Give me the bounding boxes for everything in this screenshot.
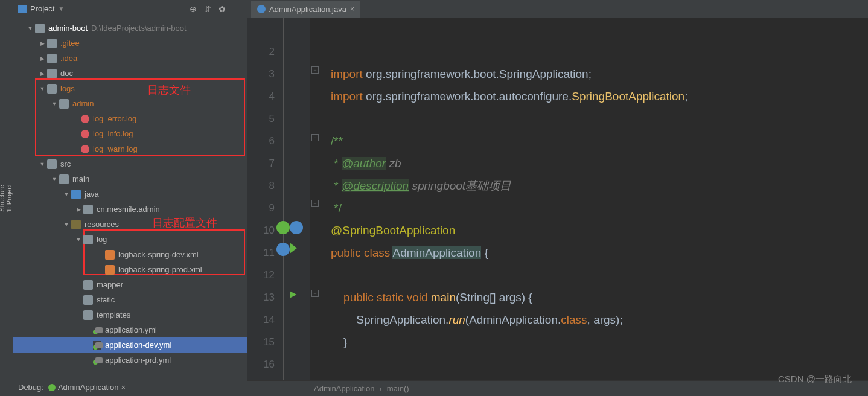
log-file-icon	[81, 115, 89, 123]
folder-icon	[59, 99, 69, 109]
tree-static[interactable]: static	[13, 292, 247, 307]
folder-icon	[59, 174, 69, 184]
tree-logback-dev[interactable]: logback-spring-dev.xml	[13, 247, 247, 262]
tree-root[interactable]: admin-bootD:\IdeaProjects\admin-boot	[13, 21, 247, 36]
fold-marker[interactable]: −	[311, 134, 319, 141]
fold-column[interactable]: − − − −	[310, 18, 321, 380]
collapse-icon[interactable]: ⇵	[202, 4, 213, 14]
fold-marker[interactable]: −	[311, 290, 319, 297]
tree-doc[interactable]: doc	[13, 66, 247, 81]
tool-window-rail[interactable]: 1: Project Structure	[0, 0, 13, 396]
yml-file-icon	[93, 356, 101, 365]
folder-icon	[83, 235, 93, 244]
tree-idea[interactable]: .idea	[13, 51, 247, 66]
editor-tab-active[interactable]: AdminApplication.java ×	[251, 1, 360, 18]
package-icon	[83, 205, 93, 214]
editor-area: AdminApplication.java × 2345678910111213…	[247, 0, 868, 396]
close-tab-icon[interactable]: ×	[350, 5, 354, 13]
folder-icon	[47, 69, 57, 78]
tree-templates[interactable]: templates	[13, 307, 247, 322]
debug-label: Debug:	[18, 383, 43, 392]
dropdown-icon[interactable]: ▼	[58, 5, 64, 12]
code-editor[interactable]: 2345678910111213141516 ▶ − − − − import …	[247, 18, 868, 380]
folder-icon	[47, 39, 57, 48]
fold-marker[interactable]: −	[311, 200, 319, 207]
editor-tabs: AdminApplication.java ×	[247, 0, 868, 18]
gear-icon[interactable]: ✿	[217, 4, 228, 14]
java-class-icon	[257, 5, 266, 13]
xml-file-icon	[105, 250, 115, 260]
project-icon	[18, 5, 27, 13]
tree-gitee[interactable]: .gitee	[13, 36, 247, 51]
tree-java[interactable]: java	[13, 187, 247, 202]
tree-log-error[interactable]: log_error.log	[13, 111, 247, 126]
tree-mapper[interactable]: mapper	[13, 277, 247, 292]
debug-bar: Debug: AdminApplication ×	[13, 378, 247, 396]
resources-folder-icon	[71, 220, 81, 229]
code-content[interactable]: import org.springframework.boot.SpringAp…	[321, 18, 868, 380]
debug-run-tab[interactable]: AdminApplication ×	[48, 383, 126, 392]
close-icon[interactable]: ×	[121, 383, 126, 392]
tree-admin[interactable]: admin	[13, 96, 247, 111]
run-line-icon[interactable]: ▶	[290, 289, 297, 299]
gutter-icons: ▶	[284, 18, 310, 380]
folder-icon	[83, 310, 93, 320]
breadcrumb-bar[interactable]: AdminApplication › main()	[247, 380, 868, 396]
breadcrumb-method[interactable]: main()	[387, 384, 409, 393]
xml-file-icon	[105, 265, 115, 275]
line-number-gutter[interactable]: 2345678910111213141516	[247, 18, 284, 380]
project-tool-window: Project ▼ ⊕ ⇵ ✿ — 日志文件 日志配置文件 admin-boot…	[13, 0, 247, 396]
module-icon	[35, 24, 45, 33]
log-file-icon	[81, 145, 89, 153]
yml-file-icon	[93, 326, 101, 334]
hide-icon[interactable]: —	[231, 4, 242, 14]
run-config-icon	[48, 384, 56, 391]
breadcrumb-class[interactable]: AdminApplication	[314, 384, 374, 393]
tree-app-yml[interactable]: application.yml	[13, 322, 247, 337]
log-file-icon	[81, 130, 89, 138]
tree-log-info[interactable]: log_info.log	[13, 126, 247, 141]
tree-app-dev[interactable]: application-dev.yml	[13, 337, 247, 353]
fold-marker[interactable]: −	[311, 66, 319, 74]
folder-icon	[83, 280, 93, 290]
folder-icon	[47, 54, 57, 63]
tree-logback-prod[interactable]: logback-spring-prod.xml	[13, 262, 247, 277]
locate-icon[interactable]: ⊕	[188, 4, 199, 14]
tree-main[interactable]: main	[13, 171, 247, 187]
tree-src[interactable]: src	[13, 156, 247, 171]
rail-structure[interactable]: Structure	[0, 185, 5, 212]
watermark: CSDN @一路向北□	[778, 374, 857, 385]
project-header: Project ▼ ⊕ ⇵ ✿ —	[13, 0, 247, 18]
tree-resources[interactable]: resources	[13, 217, 247, 232]
folder-icon	[47, 84, 57, 94]
tree-log-warn[interactable]: log_warn.log	[13, 141, 247, 156]
folder-icon	[83, 295, 93, 305]
project-tree[interactable]: 日志文件 日志配置文件 admin-bootD:\IdeaProjects\ad…	[13, 18, 247, 378]
tree-log-folder[interactable]: log	[13, 232, 247, 247]
rail-project[interactable]: 1: Project	[5, 184, 13, 212]
tree-logs[interactable]: logs	[13, 81, 247, 96]
run-icons[interactable]	[276, 243, 297, 256]
spring-icons[interactable]	[276, 221, 303, 234]
tree-package[interactable]: cn.mesmile.admin	[13, 202, 247, 217]
source-folder-icon	[71, 190, 81, 199]
tree-app-prd[interactable]: application-prd.yml	[13, 353, 247, 368]
project-title[interactable]: Project	[30, 4, 54, 13]
folder-icon	[47, 159, 57, 169]
yml-file-icon	[93, 341, 101, 350]
breadcrumb-sep: ›	[379, 384, 381, 393]
